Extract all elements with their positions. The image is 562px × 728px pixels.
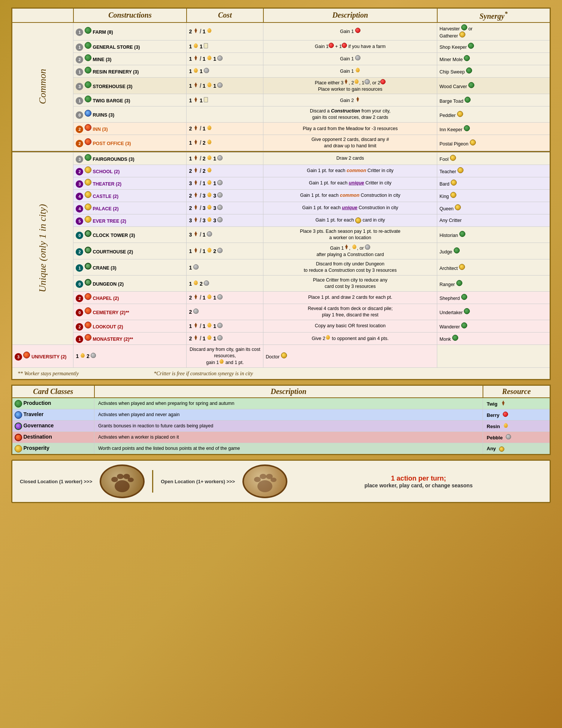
twig-barge-row: 1 TWIG BARGE (3) 1 1 Gain 2 Barge Toad: [12, 94, 550, 106]
fairgrounds-row: Unique (only 1 in city) 3 FAIRGROUNDS (3…: [12, 152, 550, 165]
ever-tree-desc: Gain 1 pt. for each card in city: [263, 214, 437, 226]
theater-synergy: Bard: [437, 177, 550, 189]
prosperity-class-row: Prosperity Worth card points and the lis…: [12, 443, 550, 455]
cemetery-row: 0 CEMETERY (2)** 2 Reveal 4 cards from d…: [12, 304, 550, 320]
courthouse-cost: 1 / 1 2: [187, 243, 263, 259]
mine-desc: Gain 1: [263, 52, 437, 65]
dungeon-row: 0 DUNGEON (2) 1 2 Place Critter from cit…: [12, 276, 550, 292]
common-farm-row: Common 1 FARM (8) 2 / 1 Gain 1 Harvester…: [12, 22, 550, 40]
palace-desc: Gain 1 pt. for each unique Construction …: [263, 202, 437, 214]
courthouse-row: 2 COURTHOUSE (2) 1 / 1 2 Gain 1, , or af…: [12, 243, 550, 259]
storehouse-name: 3 STOREHOUSE (3): [73, 77, 187, 94]
twig-barge-cost: 1 1: [187, 94, 263, 106]
lookout-name: 2 LOOKOUT (2): [73, 320, 187, 332]
crane-synergy: Architect: [437, 259, 550, 276]
resin-refinery-desc: Gain 1: [263, 65, 437, 77]
traveler-class-resource: Berry: [483, 409, 550, 421]
action-text-box: 1 action per turn; place worker, play ca…: [295, 475, 542, 488]
open-location-box: Open Location (1+ workers) >>>: [161, 479, 235, 484]
post-office-desc: Give opponent 2 cards, discard any #and …: [263, 135, 437, 151]
svg-point-5: [257, 480, 272, 492]
open-location-token: [242, 464, 287, 498]
palace-cost: 2 / 3 3: [187, 202, 263, 214]
common-section-label: Common: [12, 22, 73, 151]
farm-synergy: Harvester orGatherer: [437, 22, 550, 40]
cemetery-desc: Reveal 4 cards from deck or discard pile…: [263, 304, 437, 320]
twig-barge-desc: Gain 2: [263, 94, 437, 106]
general-store-synergy: Shop Keeper: [437, 40, 550, 52]
farm-points: 1: [76, 28, 83, 36]
inn-desc: Play a card from the Meadow for -3 resou…: [263, 123, 437, 135]
traveler-class-row: Traveler Activates when played and never…: [12, 409, 550, 421]
action-sub: place worker, play card, or change seaso…: [295, 482, 542, 488]
castle-synergy: King: [437, 189, 550, 202]
post-office-cost: 1 / 2: [187, 135, 263, 151]
castle-row: 4 CASTLE (2) 2 / 3 3 Gain 1 pt. for each…: [12, 189, 550, 202]
footer-notes-row: ** Worker stays permanently *Critter is …: [12, 368, 550, 380]
palace-name: 4 PALACE (2): [73, 202, 187, 214]
general-store-name: 1 GENERAL STORE (3): [73, 40, 187, 52]
university-row: 3 UNIVERSITY (2) 1 2 Discard any from ci…: [12, 345, 550, 368]
mine-cost: 1 / 1 1: [187, 52, 263, 65]
storehouse-desc: Place either 3, 2, 1, or 2 Place worker …: [263, 77, 437, 94]
prosperity-class-resource: Any: [483, 443, 550, 455]
crane-name: 1 CRANE (3): [73, 259, 187, 276]
fairgrounds-name: 3 FAIRGROUNDS (3): [73, 152, 187, 165]
general-store-cost: 1 1: [187, 40, 263, 52]
mine-name: 2 MINE (3): [73, 52, 187, 65]
closed-location-label: Closed Location (1 worker) >>>: [20, 479, 92, 484]
svg-point-6: [254, 477, 261, 482]
theater-name: 3 THEATER (2): [73, 177, 187, 189]
monastery-synergy: Monk: [437, 332, 550, 345]
courthouse-name: 2 COURTHOUSE (2): [73, 243, 187, 259]
post-office-row: 2 POST OFFICE (3) 1 / 2 Give opponent 2 …: [12, 135, 550, 151]
farm-desc: Gain 1: [263, 22, 437, 40]
post-office-synergy: Postal Pigeon: [437, 135, 550, 151]
svg-point-0: [115, 480, 130, 492]
ruins-name: 0 RUINS (3): [73, 106, 187, 123]
chapel-desc: Place 1 pt. and draw 2 cards for each pt…: [263, 291, 437, 304]
closed-location-token: [100, 464, 145, 498]
header-constructions: Constructions: [73, 8, 187, 22]
theater-row: 3 THEATER (2) 3 / 1 1 Gain 1 pt. for eac…: [12, 177, 550, 189]
clock-tower-synergy: Historian: [437, 226, 550, 243]
ruins-synergy: Peddler: [437, 106, 550, 123]
footer-note2: *Critter is free if construction synergy…: [154, 371, 253, 376]
resin-refinery-synergy: Chip Sweep: [437, 65, 550, 77]
production-class-name: Production: [12, 398, 94, 409]
farm-class-icon: [85, 27, 91, 34]
ruins-desc: Discard a Construction from your city,ga…: [263, 106, 437, 123]
dungeon-name: 0 DUNGEON (2): [73, 276, 187, 292]
destination-class-resource: Pebble: [483, 432, 550, 443]
production-class-row: Production Activates when played and whe…: [12, 398, 550, 409]
fairgrounds-synergy: Fool: [437, 152, 550, 165]
header-description: Description: [263, 8, 437, 22]
palace-row: 4 PALACE (2) 2 / 3 3 Gain 1 pt. for each…: [12, 202, 550, 214]
chapel-row: 2 CHAPEL (2) 2 / 1 1 Place 1 pt. and dra…: [12, 291, 550, 304]
courthouse-synergy: Judge: [437, 243, 550, 259]
courthouse-desc: Gain 1, , or after playing a Constructio…: [263, 243, 437, 259]
destination-class-row: Destination Activates when a worker is p…: [12, 432, 550, 443]
dungeon-synergy: Ranger: [437, 276, 550, 292]
resin-refinery-name: 1 RESIN REFINERY (3): [73, 65, 187, 77]
traveler-class-name: Traveler: [12, 409, 94, 421]
destination-class-desc: Activates when a worker is placed on it: [94, 432, 483, 443]
university-name: 3 UNIVERSITY (2): [12, 345, 73, 368]
paw-icon-open: [250, 468, 280, 494]
prosperity-class-desc: Worth card points and the listed bonus p…: [94, 443, 483, 455]
ever-tree-name: 5 EVER TREE (2): [73, 214, 187, 226]
theater-desc: Gain 1 pt. for each unique Critter in ci…: [263, 177, 437, 189]
university-synergy: Doctor: [263, 345, 437, 368]
governance-class-desc: Grants bonuses in reaction to future car…: [94, 421, 483, 432]
clock-tower-name: 0 CLOCK TOWER (3): [73, 226, 187, 243]
governance-class-resource: Resin: [483, 421, 550, 432]
theater-cost: 3 / 1 1: [187, 177, 263, 189]
chapel-cost: 2 / 1 1: [187, 291, 263, 304]
school-name: 2 SCHOOL (2): [73, 165, 187, 177]
school-desc: Gain 1 pt. for each common Critter in ci…: [263, 165, 437, 177]
farm-label: FARM (8): [93, 30, 113, 35]
prosperity-class-name: Prosperity: [12, 443, 94, 455]
inn-synergy: Inn Keeper: [437, 123, 550, 135]
ever-tree-synergy: Any Critter: [437, 214, 550, 226]
farm-cost: 2 / 1: [187, 22, 263, 40]
